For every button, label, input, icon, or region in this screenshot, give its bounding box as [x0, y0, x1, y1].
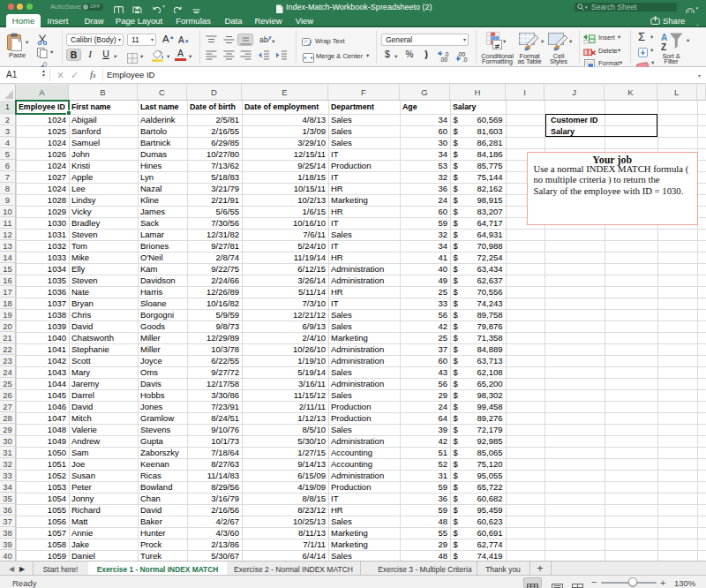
svg-text:A: A	[661, 33, 667, 42]
svg-text:Z: Z	[661, 42, 666, 51]
svg-text:ab: ab	[259, 35, 268, 44]
svg-text:.00: .00	[439, 57, 447, 63]
svg-text:.0: .0	[462, 57, 468, 63]
